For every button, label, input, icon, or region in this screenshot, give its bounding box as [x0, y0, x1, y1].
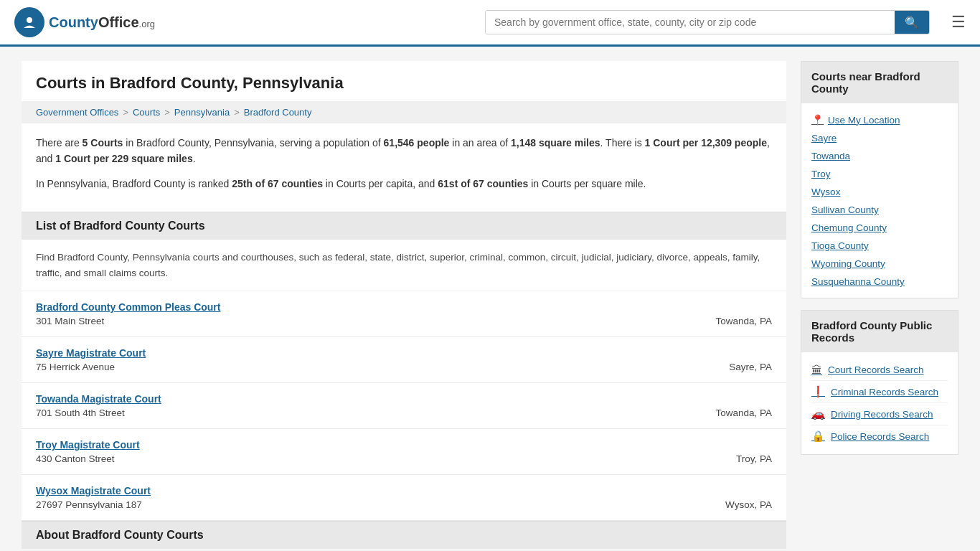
public-records-box: Bradford County Public Records 🏛Court Re…	[801, 310, 958, 455]
nearby-city-link[interactable]: Tioga County	[811, 237, 948, 255]
nearby-city-link[interactable]: Troy	[811, 165, 948, 183]
use-location-link[interactable]: 📍 Use My Location	[811, 110, 948, 129]
search-input[interactable]	[486, 11, 895, 34]
intro-para-2: In Pennsylvania, Bradford County is rank…	[36, 176, 772, 192]
public-record-link[interactable]: 🔒Police Records Search	[811, 425, 948, 447]
record-icon: 🏛	[811, 364, 822, 376]
about-section-header: About Bradford County Courts	[22, 521, 786, 549]
record-link-label: Court Records Search	[828, 364, 924, 375]
list-section-header: List of Bradford County Courts	[22, 212, 786, 240]
nearby-city-link[interactable]: Towanda	[811, 147, 948, 165]
per-capita: 1 Court per 12,309 people	[645, 137, 767, 149]
pin-icon: 📍	[811, 114, 824, 126]
record-link-label: Criminal Records Search	[831, 387, 938, 397]
courts-nearby-header: Courts near Bradford County	[801, 62, 958, 103]
court-city: Towanda, PA	[715, 408, 772, 418]
page-title: Courts in Bradford County, Pennsylvania	[22, 61, 786, 101]
court-city: Troy, PA	[736, 453, 772, 464]
court-city: Wysox, PA	[725, 499, 772, 510]
breadcrumb: Government Offices > Courts > Pennsylvan…	[22, 101, 786, 123]
area: 1,148 square miles	[511, 137, 600, 149]
main-layout: Courts in Bradford County, Pennsylvania …	[0, 47, 980, 551]
rank-capita: 25th of 67 counties	[232, 178, 323, 189]
court-city: Sayre, PA	[729, 362, 772, 372]
logo[interactable]: CountyOffice.org	[14, 7, 155, 37]
court-name[interactable]: Sayre Magistrate Court	[36, 347, 772, 359]
record-icon: 🔒	[811, 430, 825, 443]
nearby-city-link[interactable]: Sayre	[811, 129, 948, 147]
breadcrumb-courts[interactable]: Courts	[133, 107, 160, 118]
sidebar: Courts near Bradford County 📍 Use My Loc…	[801, 61, 958, 549]
nearby-city-link[interactable]: Wysox	[811, 183, 948, 201]
court-name[interactable]: Towanda Magistrate Court	[36, 393, 772, 405]
public-records-body: 🏛Court Records Search❗Criminal Records S…	[801, 352, 958, 454]
intro-section: There are 5 Courts in Bradford County, P…	[22, 123, 786, 212]
nearby-cities-list: SayreTowandaTroyWysoxSullivan CountyChem…	[811, 129, 948, 291]
court-info: 301 Main Street Towanda, PA	[36, 316, 772, 326]
nearby-city-link[interactable]: Wyoming County	[811, 255, 948, 273]
logo-icon	[14, 7, 44, 37]
court-info: 75 Herrick Avenue Sayre, PA	[36, 362, 772, 372]
court-info: 701 South 4th Street Towanda, PA	[36, 408, 772, 418]
search-button[interactable]: 🔍	[895, 11, 929, 34]
court-name[interactable]: Troy Magistrate Court	[36, 439, 772, 451]
record-icon: 🚗	[811, 408, 825, 420]
public-record-links-list: 🏛Court Records Search❗Criminal Records S…	[811, 359, 948, 447]
header: CountyOffice.org 🔍 ☰	[0, 0, 980, 47]
breadcrumb-bradford-county[interactable]: Bradford County	[244, 107, 312, 118]
breadcrumb-sep-1: >	[123, 107, 128, 118]
court-address: 301 Main Street	[36, 316, 104, 326]
court-address: 430 Canton Street	[36, 453, 115, 464]
public-record-link[interactable]: ❗Criminal Records Search	[811, 381, 948, 403]
court-address: 27697 Pennsylvania 187	[36, 499, 142, 510]
courts-nearby-box: Courts near Bradford County 📍 Use My Loc…	[801, 61, 958, 298]
court-info: 430 Canton Street Troy, PA	[36, 453, 772, 464]
breadcrumb-pennsylvania[interactable]: Pennsylvania	[174, 107, 230, 118]
court-entry: Wysox Magistrate Court 27697 Pennsylvani…	[22, 475, 786, 521]
public-records-header: Bradford County Public Records	[801, 311, 958, 352]
nearby-city-link[interactable]: Sullivan County	[811, 201, 948, 219]
search-bar: 🔍	[485, 10, 930, 34]
record-link-label: Police Records Search	[831, 431, 929, 442]
public-record-link[interactable]: 🚗Driving Records Search	[811, 403, 948, 425]
intro-para-1: There are 5 Courts in Bradford County, P…	[36, 135, 772, 167]
breadcrumb-sep-3: >	[234, 107, 240, 118]
record-link-label: Driving Records Search	[831, 409, 933, 420]
logo-text: CountyOffice.org	[49, 14, 155, 31]
court-entry: Troy Magistrate Court 430 Canton Street …	[22, 429, 786, 475]
court-name[interactable]: Wysox Magistrate Court	[36, 485, 772, 496]
court-address: 701 South 4th Street	[36, 408, 125, 418]
court-info: 27697 Pennsylvania 187 Wysox, PA	[36, 499, 772, 510]
courts-nearby-body: 📍 Use My Location SayreTowandaTroyWysoxS…	[801, 103, 958, 298]
use-location-text: Use My Location	[828, 115, 900, 126]
courts-count: 5 Courts	[83, 137, 123, 149]
nearby-city-link[interactable]: Chemung County	[811, 219, 948, 237]
court-address: 75 Herrick Avenue	[36, 362, 115, 372]
court-entry: Towanda Magistrate Court 701 South 4th S…	[22, 383, 786, 429]
nearby-city-link[interactable]: Susquehanna County	[811, 273, 948, 291]
record-icon: ❗	[811, 385, 825, 398]
court-entry: Sayre Magistrate Court 75 Herrick Avenue…	[22, 337, 786, 383]
per-sqmi: 1 Court per 229 square miles	[55, 153, 192, 164]
rank-sqmi: 61st of 67 counties	[438, 178, 528, 189]
list-section-desc: Find Bradford County, Pennsylvania court…	[22, 240, 786, 291]
content-area: Courts in Bradford County, Pennsylvania …	[22, 61, 786, 549]
court-entry: Bradford County Common Pleas Court 301 M…	[22, 291, 786, 337]
breadcrumb-gov-offices[interactable]: Government Offices	[36, 107, 118, 118]
population: 61,546 people	[384, 137, 450, 149]
menu-icon[interactable]: ☰	[951, 13, 966, 32]
public-record-link[interactable]: 🏛Court Records Search	[811, 359, 948, 381]
breadcrumb-sep-2: >	[164, 107, 170, 118]
court-city: Towanda, PA	[715, 316, 772, 326]
court-name[interactable]: Bradford County Common Pleas Court	[36, 301, 772, 313]
svg-point-1	[27, 17, 32, 23]
courts-list: Bradford County Common Pleas Court 301 M…	[22, 291, 786, 521]
